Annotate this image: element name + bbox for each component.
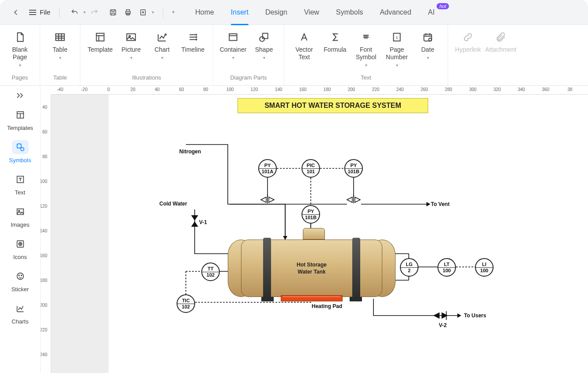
separator	[59, 7, 60, 18]
vector-text-icon	[298, 31, 310, 43]
save-button[interactable]	[107, 6, 119, 19]
page-area[interactable]: SMART HOT WATER STORAGE SYSTEM	[51, 95, 588, 373]
svg-point-20	[20, 148, 23, 151]
instrument-py-101a[interactable]: PY101A	[258, 159, 277, 178]
menu-icon	[29, 10, 36, 15]
instrument-tt-102[interactable]: TT102	[201, 263, 220, 281]
control-valve-right[interactable]	[346, 194, 361, 205]
tab-design[interactable]: Design	[265, 7, 287, 18]
svg-point-26	[19, 244, 21, 245]
valve-v2[interactable]	[433, 310, 448, 321]
tank-label: Hot StorageWater Tank	[232, 262, 391, 275]
formula-button[interactable]: Formula	[321, 29, 349, 53]
label-to-vent[interactable]: To Vent	[431, 201, 449, 207]
undo-dropdown[interactable]: ▾	[83, 10, 86, 15]
table-icon	[54, 31, 66, 43]
file-menu[interactable]: File	[29, 8, 50, 16]
page-number-button[interactable]: 1Page Number▾	[383, 29, 411, 68]
instrument-li-100[interactable]: LI100	[475, 258, 494, 277]
side-symbols[interactable]: Symbols	[5, 137, 35, 167]
page[interactable]: SMART HOT WATER STORAGE SYSTEM	[109, 95, 588, 373]
vector-text-button[interactable]: Vector Text	[290, 29, 318, 61]
label-v2[interactable]: V-2	[439, 322, 447, 328]
tab-advanced[interactable]: Advanced	[380, 7, 411, 18]
canvas-inner: 406080100120140160180200220240 SMART HOT…	[41, 95, 588, 373]
pid-diagram[interactable]: SMART HOT WATER STORAGE SYSTEM	[109, 95, 588, 373]
back-button[interactable]	[10, 6, 22, 19]
label-nitrogen[interactable]: Nitrogen	[179, 148, 201, 155]
images-icon	[12, 205, 29, 219]
hyperlink-button[interactable]: Hyperlink	[454, 29, 482, 53]
templates-icon	[12, 108, 29, 122]
separator	[163, 7, 163, 18]
svg-rect-24	[17, 241, 23, 247]
heating-pad[interactable]	[281, 295, 343, 301]
svg-rect-0	[110, 10, 116, 15]
icons-icon	[12, 237, 29, 251]
tab-symbols[interactable]: Symbols	[336, 7, 363, 18]
table-button[interactable]: Table▾	[46, 29, 74, 61]
control-valve-left[interactable]	[260, 194, 275, 205]
print-button[interactable]	[122, 6, 134, 19]
svg-point-27	[17, 273, 23, 280]
qat-dropdown[interactable]: ▾	[172, 9, 175, 15]
horizontal-ruler[interactable]: -40-200204060801001201401601802002202402…	[51, 86, 588, 95]
tab-home[interactable]: Home	[195, 7, 214, 18]
instrument-tic-102[interactable]: TIC102	[177, 294, 195, 313]
instrument-py-101b[interactable]: PY101B	[344, 159, 363, 178]
side-text[interactable]: Text	[5, 169, 35, 199]
template-button[interactable]: Template	[87, 29, 114, 53]
attachment-button[interactable]: Attachment	[485, 29, 516, 53]
shape-icon	[258, 31, 270, 43]
tab-ai[interactable]: AI hot	[428, 7, 435, 18]
timeline-button[interactable]: Timeline	[179, 29, 207, 53]
chart-button[interactable]: Chart▾	[148, 29, 176, 61]
hyperlink-icon	[462, 31, 474, 43]
label-v1[interactable]: V-1	[199, 219, 207, 225]
formula-icon	[329, 31, 341, 43]
side-charts[interactable]: Charts	[5, 298, 35, 328]
diagram-title[interactable]: SMART HOT WATER STORAGE SYSTEM	[237, 98, 428, 113]
side-icons[interactable]: Icons	[5, 233, 35, 264]
export-dropdown[interactable]: ▾	[152, 10, 154, 15]
instrument-lg-2[interactable]: LG2	[400, 258, 418, 277]
side-templates[interactable]: Templates	[5, 104, 35, 135]
group-label: Pages	[12, 74, 28, 83]
label-to-users[interactable]: To Users	[464, 312, 486, 319]
tab-ai-label: AI	[428, 8, 435, 16]
instrument-pic-101[interactable]: PIC101	[302, 159, 320, 178]
redo-button[interactable]	[88, 6, 101, 19]
valve-v1[interactable]	[190, 216, 200, 226]
blank-page-button[interactable]: Blank Page▾	[6, 29, 34, 68]
picture-button[interactable]: Picture▾	[117, 29, 145, 61]
collapse-button[interactable]	[0, 88, 40, 103]
instrument-py-101b-2[interactable]: PY101B	[302, 205, 320, 224]
sticker-icon	[12, 269, 29, 283]
tab-insert[interactable]: Insert	[231, 7, 249, 18]
tab-view[interactable]: View	[304, 7, 319, 18]
shape-button[interactable]: Shape▾	[250, 29, 278, 61]
vertical-ruler[interactable]: 406080100120140160180200220240	[41, 95, 51, 373]
ribbon-group-table: Table▾ Table	[40, 25, 80, 85]
export-button[interactable]	[137, 6, 149, 19]
svg-rect-4	[56, 34, 64, 40]
side-toolbar: Templates Symbols Text Images Icons Stic…	[0, 86, 41, 373]
date-icon	[422, 31, 434, 43]
font-symbol-button[interactable]: Font Symbol▾	[352, 29, 380, 68]
instrument-lt-100[interactable]: LT100	[437, 258, 456, 277]
symbols-icon	[12, 140, 29, 154]
blank-page-icon	[14, 31, 26, 43]
side-images[interactable]: Images	[5, 201, 35, 232]
svg-rect-12	[263, 33, 268, 38]
storage-tank[interactable]: Hot StorageWater Tank	[232, 235, 391, 301]
label-heating-pad[interactable]: Heating Pad	[312, 303, 342, 309]
date-button[interactable]: Date▾	[414, 29, 441, 61]
undo-button[interactable]	[68, 6, 81, 19]
group-label: Diagram Parts	[230, 74, 267, 83]
container-button[interactable]: Container▾	[219, 29, 247, 61]
label-cold-water[interactable]: Cold Water	[159, 201, 187, 207]
group-label: Text	[361, 74, 371, 83]
ribbon: Blank Page▾ Pages Table▾ Table Template …	[0, 25, 588, 86]
side-sticker[interactable]: Sticker	[5, 266, 35, 296]
group-label: Table	[53, 74, 67, 83]
